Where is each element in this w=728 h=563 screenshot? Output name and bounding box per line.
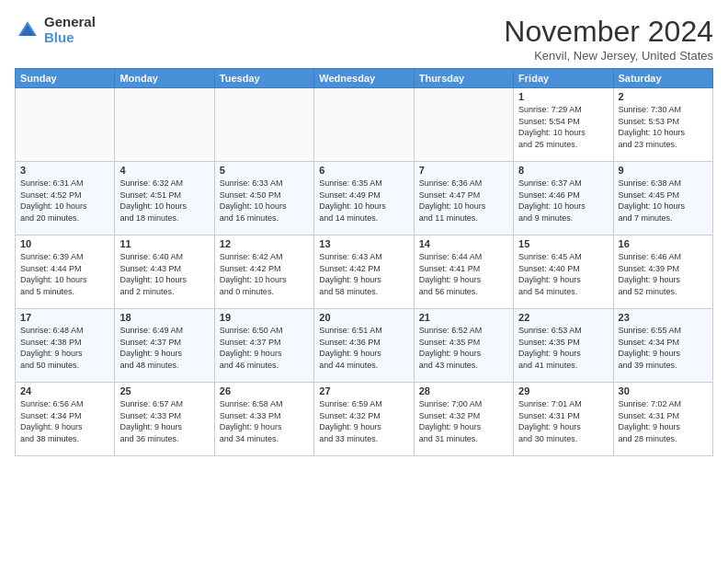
day-number: 19 xyxy=(220,312,309,323)
calendar-cell: 6Sunrise: 6:35 AM Sunset: 4:49 PM Daylig… xyxy=(314,162,414,236)
day-number: 22 xyxy=(518,312,608,323)
day-info: Sunrise: 6:42 AM Sunset: 4:42 PM Dayligh… xyxy=(220,251,309,297)
day-info: Sunrise: 6:55 AM Sunset: 4:34 PM Dayligh… xyxy=(619,325,708,371)
day-number: 15 xyxy=(518,238,608,249)
header-day-wednesday: Wednesday xyxy=(314,69,414,88)
day-number: 27 xyxy=(319,385,408,396)
day-info: Sunrise: 6:56 AM Sunset: 4:34 PM Dayligh… xyxy=(20,398,109,444)
calendar-cell: 15Sunrise: 6:45 AM Sunset: 4:40 PM Dayli… xyxy=(514,236,613,309)
day-number: 14 xyxy=(419,238,508,249)
logo-blue: Blue xyxy=(44,30,96,46)
day-info: Sunrise: 7:02 AM Sunset: 4:31 PM Dayligh… xyxy=(619,398,708,444)
day-info: Sunrise: 6:49 AM Sunset: 4:37 PM Dayligh… xyxy=(119,325,209,371)
day-number: 3 xyxy=(20,165,109,176)
calendar-cell xyxy=(414,88,513,162)
day-info: Sunrise: 6:44 AM Sunset: 4:41 PM Dayligh… xyxy=(419,251,508,297)
header-day-saturday: Saturday xyxy=(613,69,712,88)
week-row-0: 1Sunrise: 7:29 AM Sunset: 5:54 PM Daylig… xyxy=(16,88,713,162)
location: Kenvil, New Jersey, United States xyxy=(504,49,713,63)
day-number: 13 xyxy=(319,238,408,249)
calendar-cell xyxy=(214,88,313,162)
logo-icon xyxy=(15,17,40,43)
day-number: 2 xyxy=(619,91,708,102)
week-row-4: 24Sunrise: 6:56 AM Sunset: 4:34 PM Dayli… xyxy=(16,383,713,456)
day-number: 30 xyxy=(619,385,708,396)
day-info: Sunrise: 6:43 AM Sunset: 4:42 PM Dayligh… xyxy=(319,251,408,297)
calendar-cell: 20Sunrise: 6:51 AM Sunset: 4:36 PM Dayli… xyxy=(314,309,414,383)
calendar-cell: 30Sunrise: 7:02 AM Sunset: 4:31 PM Dayli… xyxy=(613,383,712,456)
day-number: 11 xyxy=(119,238,209,249)
page: General Blue November 2024 Kenvil, New J… xyxy=(0,0,728,465)
calendar-cell: 12Sunrise: 6:42 AM Sunset: 4:42 PM Dayli… xyxy=(214,236,313,309)
logo-general: General xyxy=(44,15,96,30)
calendar-cell: 27Sunrise: 6:59 AM Sunset: 4:32 PM Dayli… xyxy=(314,383,414,456)
day-number: 1 xyxy=(518,91,608,102)
calendar-cell: 23Sunrise: 6:55 AM Sunset: 4:34 PM Dayli… xyxy=(613,309,712,383)
calendar-cell xyxy=(115,88,214,162)
calendar-cell: 17Sunrise: 6:48 AM Sunset: 4:38 PM Dayli… xyxy=(16,309,115,383)
month-title: November 2024 xyxy=(504,15,713,49)
calendar-cell: 11Sunrise: 6:40 AM Sunset: 4:43 PM Dayli… xyxy=(115,236,214,309)
day-info: Sunrise: 6:36 AM Sunset: 4:47 PM Dayligh… xyxy=(419,178,508,224)
day-number: 23 xyxy=(619,312,708,323)
day-info: Sunrise: 6:59 AM Sunset: 4:32 PM Dayligh… xyxy=(319,398,408,444)
day-number: 25 xyxy=(119,385,209,396)
day-number: 8 xyxy=(518,165,608,176)
week-row-3: 17Sunrise: 6:48 AM Sunset: 4:38 PM Dayli… xyxy=(16,309,713,383)
calendar-cell: 14Sunrise: 6:44 AM Sunset: 4:41 PM Dayli… xyxy=(414,236,513,309)
header-day-thursday: Thursday xyxy=(414,69,513,88)
day-info: Sunrise: 6:51 AM Sunset: 4:36 PM Dayligh… xyxy=(319,325,408,371)
calendar-cell: 28Sunrise: 7:00 AM Sunset: 4:32 PM Dayli… xyxy=(414,383,513,456)
day-number: 5 xyxy=(220,165,309,176)
day-number: 17 xyxy=(20,312,109,323)
calendar-cell: 1Sunrise: 7:29 AM Sunset: 5:54 PM Daylig… xyxy=(514,88,613,162)
calendar-cell xyxy=(16,88,115,162)
day-info: Sunrise: 6:39 AM Sunset: 4:44 PM Dayligh… xyxy=(20,251,109,297)
day-info: Sunrise: 6:40 AM Sunset: 4:43 PM Dayligh… xyxy=(119,251,209,297)
day-info: Sunrise: 7:29 AM Sunset: 5:54 PM Dayligh… xyxy=(518,104,608,150)
day-number: 26 xyxy=(220,385,309,396)
day-number: 28 xyxy=(419,385,508,396)
calendar-cell: 4Sunrise: 6:32 AM Sunset: 4:51 PM Daylig… xyxy=(115,162,214,236)
day-info: Sunrise: 6:50 AM Sunset: 4:37 PM Dayligh… xyxy=(220,325,309,371)
day-info: Sunrise: 6:31 AM Sunset: 4:52 PM Dayligh… xyxy=(20,178,109,224)
week-row-2: 10Sunrise: 6:39 AM Sunset: 4:44 PM Dayli… xyxy=(16,236,713,309)
calendar-cell: 22Sunrise: 6:53 AM Sunset: 4:35 PM Dayli… xyxy=(514,309,613,383)
calendar-cell: 18Sunrise: 6:49 AM Sunset: 4:37 PM Dayli… xyxy=(115,309,214,383)
calendar-cell: 29Sunrise: 7:01 AM Sunset: 4:31 PM Dayli… xyxy=(514,383,613,456)
calendar-cell: 16Sunrise: 6:46 AM Sunset: 4:39 PM Dayli… xyxy=(613,236,712,309)
calendar-cell: 21Sunrise: 6:52 AM Sunset: 4:35 PM Dayli… xyxy=(414,309,513,383)
day-info: Sunrise: 6:38 AM Sunset: 4:45 PM Dayligh… xyxy=(619,178,708,224)
day-number: 4 xyxy=(119,165,209,176)
day-info: Sunrise: 6:46 AM Sunset: 4:39 PM Dayligh… xyxy=(619,251,708,297)
calendar-cell: 2Sunrise: 7:30 AM Sunset: 5:53 PM Daylig… xyxy=(613,88,712,162)
calendar-cell: 9Sunrise: 6:38 AM Sunset: 4:45 PM Daylig… xyxy=(613,162,712,236)
day-info: Sunrise: 7:30 AM Sunset: 5:53 PM Dayligh… xyxy=(619,104,708,150)
day-number: 7 xyxy=(419,165,508,176)
day-info: Sunrise: 6:45 AM Sunset: 4:40 PM Dayligh… xyxy=(518,251,608,297)
day-number: 9 xyxy=(619,165,708,176)
header-day-tuesday: Tuesday xyxy=(214,69,313,88)
title-section: November 2024 Kenvil, New Jersey, United… xyxy=(504,15,713,63)
calendar-cell: 19Sunrise: 6:50 AM Sunset: 4:37 PM Dayli… xyxy=(214,309,313,383)
day-info: Sunrise: 6:48 AM Sunset: 4:38 PM Dayligh… xyxy=(20,325,109,371)
day-info: Sunrise: 6:35 AM Sunset: 4:49 PM Dayligh… xyxy=(319,178,408,224)
day-number: 29 xyxy=(518,385,608,396)
calendar-cell: 10Sunrise: 6:39 AM Sunset: 4:44 PM Dayli… xyxy=(16,236,115,309)
calendar-cell: 13Sunrise: 6:43 AM Sunset: 4:42 PM Dayli… xyxy=(314,236,414,309)
day-number: 6 xyxy=(319,165,408,176)
logo: General Blue xyxy=(15,15,96,45)
calendar-cell: 7Sunrise: 6:36 AM Sunset: 4:47 PM Daylig… xyxy=(414,162,513,236)
header: General Blue November 2024 Kenvil, New J… xyxy=(15,15,713,63)
day-number: 21 xyxy=(419,312,508,323)
day-number: 10 xyxy=(20,238,109,249)
day-info: Sunrise: 6:33 AM Sunset: 4:50 PM Dayligh… xyxy=(220,178,309,224)
calendar-cell: 3Sunrise: 6:31 AM Sunset: 4:52 PM Daylig… xyxy=(16,162,115,236)
day-number: 24 xyxy=(20,385,109,396)
calendar-cell: 5Sunrise: 6:33 AM Sunset: 4:50 PM Daylig… xyxy=(214,162,313,236)
day-info: Sunrise: 6:53 AM Sunset: 4:35 PM Dayligh… xyxy=(518,325,608,371)
calendar-cell: 25Sunrise: 6:57 AM Sunset: 4:33 PM Dayli… xyxy=(115,383,214,456)
day-info: Sunrise: 6:58 AM Sunset: 4:33 PM Dayligh… xyxy=(220,398,309,444)
calendar-cell: 24Sunrise: 6:56 AM Sunset: 4:34 PM Dayli… xyxy=(16,383,115,456)
header-day-friday: Friday xyxy=(514,69,613,88)
